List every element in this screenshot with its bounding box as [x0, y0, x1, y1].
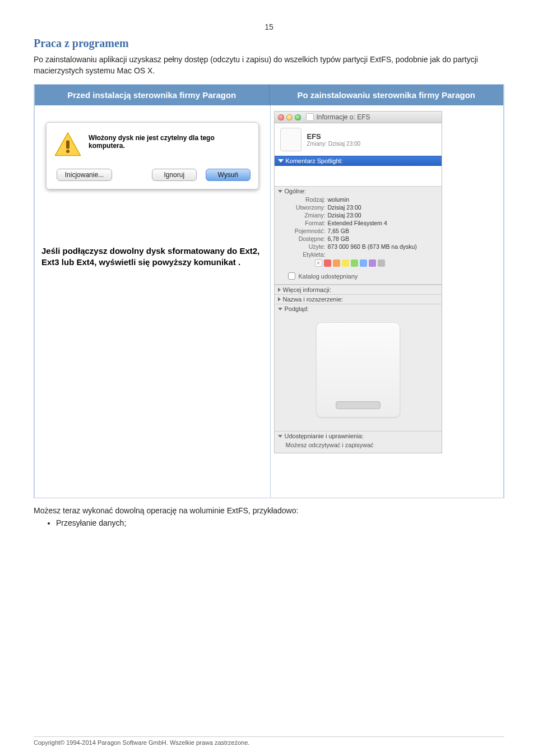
list-item: Przesyłanie danych;	[56, 518, 504, 527]
shared-folder-checkbox[interactable]	[288, 272, 295, 280]
disclosure-down-icon	[278, 159, 284, 163]
kind-value: wolumin	[328, 196, 350, 203]
disclosure-down-icon	[278, 435, 282, 438]
after-text: Możesz teraz wykonać dowolną operację na…	[34, 506, 504, 515]
bullet-list: Przesyłanie danych;	[34, 518, 504, 527]
used-label: Użyte:	[275, 243, 328, 250]
used-value: 873 000 960 B (873 MB na dysku)	[328, 243, 417, 250]
format-value: Extended Filesystem 4	[328, 220, 387, 226]
general-section-header[interactable]: Ogólne:	[275, 186, 442, 196]
label-green-icon[interactable]	[351, 259, 358, 267]
left-caption: Jeśli podłączysz dowolny dysk sformatowa…	[39, 245, 266, 268]
zoom-icon[interactable]	[295, 114, 301, 120]
cell-after: Informacje o: EFS EFS Zmiany: Dzisiaj 23…	[271, 105, 504, 498]
volume-modified: Zmiany: Dzisiaj 23:00	[307, 141, 361, 147]
finder-label-colors[interactable]: ×	[275, 258, 442, 270]
label-yellow-icon[interactable]	[342, 259, 349, 267]
label-gray-icon[interactable]	[378, 259, 385, 267]
spotlight-comment-field[interactable]	[275, 166, 442, 186]
table-header-row: Przed instalacją sterownika firmy Parago…	[35, 85, 503, 105]
table-header-after: Po zainstalowaniu sterownika firmy Parag…	[270, 85, 504, 105]
label-blue-icon[interactable]	[360, 259, 367, 267]
svg-rect-1	[66, 141, 69, 149]
dialog-message: Włożony dysk nie jest czytelny dla tego …	[89, 131, 251, 150]
label-label: Etykieta:	[275, 251, 328, 258]
name-extension-section-header[interactable]: Nazwa i rozszerzenie:	[275, 294, 442, 304]
disclosure-right-icon	[278, 287, 281, 292]
more-info-section-header[interactable]: Więcej informacji:	[275, 285, 442, 294]
window-titlebar: Informacje o: EFS	[275, 112, 442, 123]
volume-icon	[280, 128, 302, 151]
cell-before: Włożony dysk nie jest czytelny dla tego …	[35, 105, 271, 498]
spotlight-label: Komentarz Spotlight:	[286, 157, 343, 164]
warning-icon	[54, 131, 82, 159]
capacity-value: 7,65 GB	[328, 228, 350, 234]
page-number: 15	[34, 22, 504, 31]
copyright-footer: Copyright© 1994-2014 Paragon Software Gm…	[34, 736, 504, 746]
label-red-icon[interactable]	[324, 259, 331, 267]
intro-paragraph: Po zainstalowaniu aplikacji uzyskasz peł…	[34, 54, 504, 76]
available-value: 6,78 GB	[328, 235, 350, 242]
label-purple-icon[interactable]	[369, 259, 376, 267]
format-label: Format:	[275, 220, 328, 226]
disclosure-down-icon	[278, 308, 282, 310]
minimize-icon[interactable]	[286, 114, 293, 120]
kind-label: Rodzaj:	[275, 196, 328, 203]
shared-folder-label: Katalog udostępniany	[299, 273, 358, 280]
created-label: Utworzony:	[275, 204, 328, 211]
svg-point-2	[66, 150, 69, 153]
preview-section-header[interactable]: Podgląd:	[275, 304, 442, 313]
label-orange-icon[interactable]	[333, 259, 340, 267]
volume-name: EFS	[307, 132, 361, 141]
table-header-before: Przed instalacją sterownika firmy Parago…	[35, 85, 270, 105]
capacity-label: Pojemność:	[275, 228, 328, 234]
drive-preview-icon	[316, 322, 400, 418]
ignore-button[interactable]: Ignoruj	[152, 169, 197, 181]
section-heading: Praca z programem	[34, 37, 504, 50]
initialize-button[interactable]: Inicjowanie...	[57, 169, 112, 181]
volume-info-window: Informacje o: EFS EFS Zmiany: Dzisiaj 23…	[274, 111, 442, 453]
window-title: Informacje o: EFS	[317, 113, 370, 121]
unreadable-disk-dialog: Włożony dysk nie jest czytelny dla tego …	[46, 122, 259, 189]
more-info-label: Więcej informacji:	[283, 286, 331, 293]
disclosure-down-icon	[278, 190, 282, 193]
volume-titlebar-icon	[306, 113, 314, 121]
eject-button[interactable]: Wysuń	[206, 169, 251, 181]
sharing-permissions-section-header[interactable]: Udostępnianie i uprawnienia:	[275, 431, 442, 440]
available-label: Dostępne:	[275, 235, 328, 242]
general-label: Ogólne:	[285, 188, 307, 194]
disclosure-right-icon	[278, 297, 281, 302]
name-extension-label: Nazwa i rozszerzenie:	[283, 296, 344, 303]
close-icon[interactable]	[278, 114, 284, 120]
modified-label: Zmiany:	[275, 212, 328, 219]
preview-area	[275, 313, 442, 431]
permissions-text: Możesz odczytywać i zapisywać	[275, 440, 442, 453]
sharing-permissions-label: Udostępnianie i uprawnienia:	[285, 433, 364, 439]
preview-label: Podgląd:	[285, 305, 309, 312]
comparison-table: Przed instalacją sterownika firmy Parago…	[34, 84, 504, 498]
created-value: Dzisiaj 23:00	[328, 204, 361, 211]
modified-value: Dzisiaj 23:00	[328, 212, 361, 219]
label-none-icon[interactable]: ×	[315, 259, 322, 267]
spotlight-section-header[interactable]: Komentarz Spotlight:	[275, 156, 442, 166]
